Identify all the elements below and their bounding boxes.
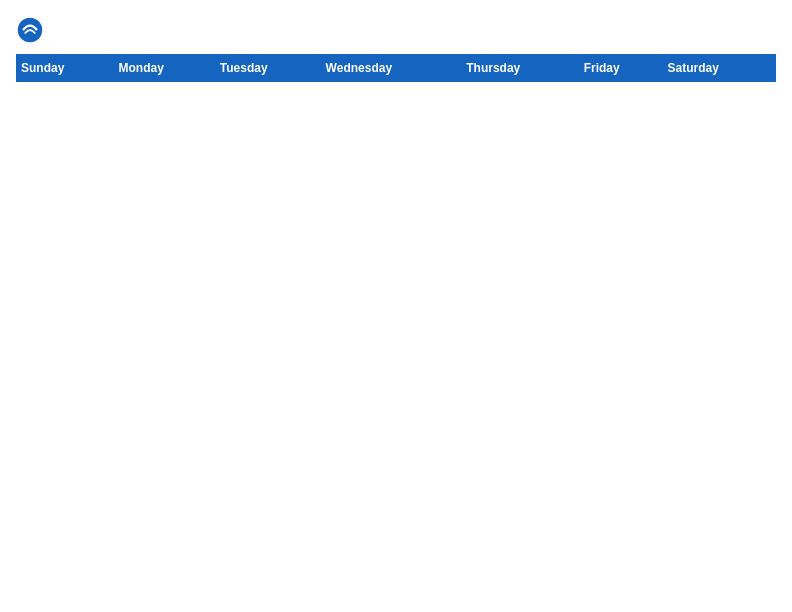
logo [16, 16, 48, 44]
calendar-table: SundayMondayTuesdayWednesdayThursdayFrid… [16, 54, 776, 82]
weekday-header-wednesday: Wednesday [321, 55, 462, 82]
logo-icon [16, 16, 44, 44]
weekday-header-thursday: Thursday [462, 55, 579, 82]
page-header [16, 16, 776, 44]
weekday-header-monday: Monday [114, 55, 215, 82]
weekday-header-saturday: Saturday [663, 55, 776, 82]
weekday-header-sunday: Sunday [17, 55, 115, 82]
weekday-header-tuesday: Tuesday [215, 55, 321, 82]
weekday-header-friday: Friday [579, 55, 663, 82]
weekday-header-row: SundayMondayTuesdayWednesdayThursdayFrid… [17, 55, 776, 82]
